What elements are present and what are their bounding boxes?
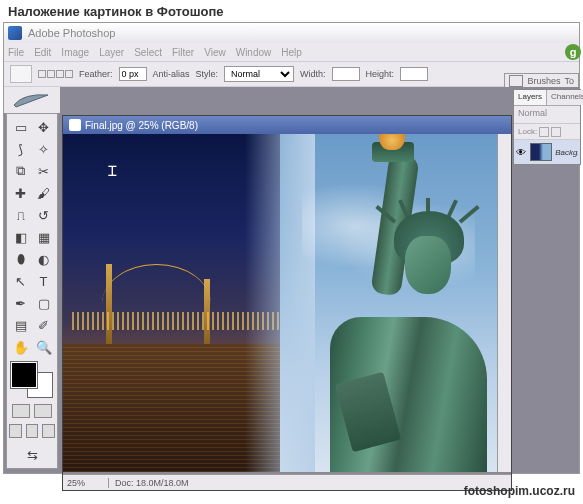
gradient-tool-icon[interactable]: ▦ (32, 226, 55, 248)
width-label: Width: (300, 69, 326, 79)
footer-url: fotoshopim.ucoz.ru (464, 484, 575, 498)
shape-tool-icon[interactable]: ▢ (32, 292, 55, 314)
color-swatches[interactable] (9, 362, 55, 398)
canvas-image: Ꮖ (63, 134, 497, 472)
watermark-badge: g (565, 44, 581, 60)
lock-pixels-icon[interactable] (551, 127, 561, 137)
menu-bar: File Edit Image Layer Select Filter View… (4, 43, 579, 61)
photoshop-icon (8, 26, 22, 40)
antialias-label: Anti-alias (153, 69, 190, 79)
document-title: Final.jpg @ 25% (RGB/8) (85, 120, 198, 131)
lock-row: Lock: (514, 124, 580, 140)
menu-view[interactable]: View (204, 47, 226, 58)
layer-name[interactable]: Backgro (555, 148, 578, 157)
menu-help[interactable]: Help (281, 47, 302, 58)
eyedropper-tool-icon[interactable]: ✐ (32, 314, 55, 336)
palette-toggle-icon[interactable] (509, 75, 523, 87)
height-label: Height: (366, 69, 395, 79)
tab-channels[interactable]: Channels (547, 90, 583, 105)
history-brush-icon[interactable]: ↺ (32, 204, 55, 226)
stamp-tool-icon[interactable]: ⎍ (9, 204, 32, 226)
healing-tool-icon[interactable]: ✚ (9, 182, 32, 204)
title-bar[interactable]: Adobe Photoshop (4, 23, 579, 43)
screen-mode-2-icon[interactable] (26, 424, 39, 438)
document-title-bar[interactable]: Final.jpg @ 25% (RGB/8) (63, 116, 511, 134)
layer-thumbnail[interactable] (530, 143, 552, 161)
foreground-color-swatch[interactable] (11, 362, 37, 388)
menu-select[interactable]: Select (134, 47, 162, 58)
quickmask-mode-icon[interactable] (34, 404, 52, 418)
zoom-tool-icon[interactable]: 🔍 (32, 336, 55, 358)
type-tool-icon[interactable]: T (32, 270, 55, 292)
jump-to-icon[interactable]: ⇆ (20, 444, 44, 466)
height-input[interactable] (400, 67, 428, 81)
photoshop-window: Adobe Photoshop File Edit Image Layer Se… (3, 22, 580, 474)
screen-mode-1-icon[interactable] (9, 424, 22, 438)
path-tool-icon[interactable]: ↖ (9, 270, 32, 292)
feather-label: Feather: (79, 69, 113, 79)
layer-row[interactable]: 👁 Backgro (514, 140, 580, 164)
toolbox: ▭✥ ⟆✧ ⧉✂ ✚🖌 ⎍↺ ◧▦ ⬮◐ ↖T ✒▢ ▤✐ ✋🔍 ⇆ (6, 113, 58, 469)
menu-window[interactable]: Window (236, 47, 272, 58)
page-heading: Наложение картинок в Фотошопе (0, 0, 583, 23)
canvas-area[interactable]: Ꮖ (63, 134, 497, 472)
tab-layers[interactable]: Layers (514, 90, 547, 105)
lock-label: Lock: (518, 127, 537, 136)
width-input[interactable] (332, 67, 360, 81)
wand-tool-icon[interactable]: ✧ (32, 138, 55, 160)
zoom-input[interactable]: 25% (63, 478, 109, 488)
slice-tool-icon[interactable]: ✂ (32, 160, 55, 182)
app-title: Adobe Photoshop (28, 27, 115, 39)
tool-preset-icon[interactable] (10, 65, 32, 83)
marquee-tool-icon[interactable]: ▭ (9, 116, 32, 138)
pen-tool-icon[interactable]: ✒ (9, 292, 32, 314)
doc-info: Doc: 18.0M/18.0M (109, 478, 195, 488)
style-label: Style: (196, 69, 219, 79)
standard-mode-icon[interactable] (12, 404, 30, 418)
blur-tool-icon[interactable]: ⬮ (9, 248, 32, 270)
brushes-label: Brushes (527, 76, 560, 86)
brush-tool-icon[interactable]: 🖌 (32, 182, 55, 204)
document-window: Final.jpg @ 25% (RGB/8) (62, 115, 512, 491)
selection-mode-icons[interactable] (38, 70, 73, 78)
crop-tool-icon[interactable]: ⧉ (9, 160, 32, 182)
hand-tool-icon[interactable]: ✋ (9, 336, 32, 358)
menu-layer[interactable]: Layer (99, 47, 124, 58)
vertical-scrollbar[interactable] (497, 134, 511, 472)
lasso-tool-icon[interactable]: ⟆ (9, 138, 32, 160)
visibility-eye-icon[interactable]: 👁 (516, 145, 527, 159)
options-bar: Feather: Anti-alias Style: Normal Width:… (4, 61, 579, 87)
statue-liberty (289, 161, 497, 472)
style-select[interactable]: Normal (224, 66, 294, 82)
document-icon (69, 119, 81, 131)
layers-panel: Layers Channels Normal Lock: 👁 Backgro (513, 89, 581, 165)
menu-file[interactable]: File (8, 47, 24, 58)
tool-presets-label: To (564, 76, 574, 86)
screen-mode-3-icon[interactable] (42, 424, 55, 438)
blend-mode-select[interactable]: Normal (514, 106, 580, 124)
eraser-tool-icon[interactable]: ◧ (9, 226, 32, 248)
lock-transparency-icon[interactable] (539, 127, 549, 137)
menu-image[interactable]: Image (61, 47, 89, 58)
document-status-bar: 25% Doc: 18.0M/18.0M (63, 474, 511, 490)
move-tool-icon[interactable]: ✥ (32, 116, 55, 138)
dodge-tool-icon[interactable]: ◐ (32, 248, 55, 270)
notes-tool-icon[interactable]: ▤ (9, 314, 32, 336)
feather-input[interactable] (119, 67, 147, 81)
text-cursor-icon: Ꮖ (108, 164, 117, 180)
menu-filter[interactable]: Filter (172, 47, 194, 58)
feather-brush-icon (4, 87, 60, 113)
menu-edit[interactable]: Edit (34, 47, 51, 58)
